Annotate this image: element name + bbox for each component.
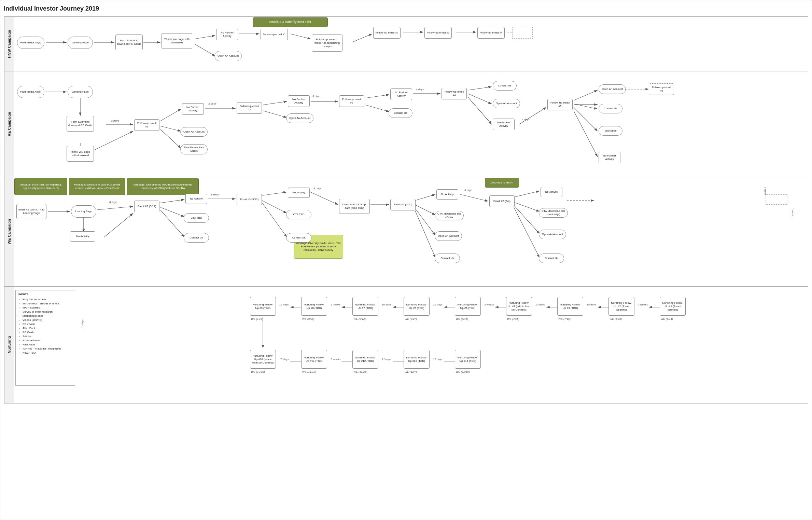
re-open-account-2: Open An Account [286, 113, 313, 123]
svg-line-33 [574, 107, 598, 131]
we-section: WE Campaign [4, 177, 808, 287]
hnw-followup-4: Follow-up email #4 [477, 27, 505, 39]
nurturing-bd4: 12 days [433, 358, 443, 361]
we-msg3: Message: Self-directed IRA/traditional/r… [127, 178, 199, 195]
re-days-5-label: 4 days [522, 118, 530, 121]
re-paid-media: Paid Media Ad(s) [17, 86, 44, 98]
nurturing-nf8: Nurturing Follow-Up #8 (TBD) [301, 297, 327, 316]
re-contact-us-3: Contact Us [389, 108, 412, 118]
re-real-estate: Real Estate Fact Sheet [180, 144, 208, 154]
svg-line-51 [415, 205, 435, 215]
nurturing-nf14: Nurturing Follow-Up #14 (TBD) [455, 350, 481, 369]
we-label: WE Campaign [4, 177, 14, 286]
svg-line-43 [160, 210, 184, 237]
we-content: Message: build trust, our expertise, opp… [14, 177, 808, 286]
we-week2-label: 1 week [791, 208, 794, 217]
nurturing-nf2-date: WE (6/25) [610, 317, 622, 320]
hnw-followup-1: Follow-up email #1 [261, 29, 288, 40]
we-days2-label: 8 days [211, 193, 219, 196]
page-title: Individual Investor Journey 2019 [4, 4, 808, 14]
svg-line-32 [574, 104, 598, 109]
we-cta-download-5: CTA: download alts checklist(s) [539, 208, 568, 218]
nurturing-d1: 13 days [279, 303, 289, 306]
nurturing-nf2: Nurturing Follow-Up #2 (Asset Specific) [608, 297, 634, 316]
nurturing-nf12-date: WE (11/26) [353, 370, 367, 373]
nurturing-nf11: Nurturing Follow-Up #11 (TBD) [301, 350, 327, 369]
nurturing-d3: 16 days [382, 303, 391, 306]
nurturing-nf1-date: WE (6/11) [661, 317, 673, 320]
re-open-account-4: Open An Account [493, 99, 520, 108]
re-arrows [14, 71, 808, 177]
we-email3: Email #3 (5/22) [237, 194, 262, 205]
hnw-section: HNW Campaign Emails 2-4 currently don't … [4, 17, 808, 71]
we-days1-label: 8 days [109, 201, 117, 204]
re-no-further-4: No Further Activity [493, 119, 515, 130]
we-no-activity-4: No Activity [436, 189, 458, 200]
re-open-account-1: Open An Account [180, 127, 208, 137]
svg-line-25 [365, 105, 389, 112]
nurturing-nf1: Nurturing Follow-Up #1 (Asset Specific) [660, 297, 686, 316]
re-days-2-label: 3 days [208, 102, 216, 105]
nurturing-d4: 12 days [433, 303, 443, 306]
nurturing-nf10: Nurturing Follow-Up #10 (article from MT… [250, 350, 276, 369]
we-contact-us-5: Contact Us [539, 254, 564, 263]
we-no-activity-start: No Activity [70, 231, 95, 242]
svg-line-57 [514, 205, 540, 234]
re-contact-us-5a: Contact Us [599, 104, 622, 113]
nurturing-nf6: Nurturing Follow-Up #6 (TBD) [404, 297, 430, 316]
nurturing-nf13: Nurturing Follow-Up #13 (TBD) [404, 350, 430, 369]
we-msg5: Alts/intro to MAIN [485, 178, 519, 188]
we-contact-us-4: Contact Us [435, 254, 460, 263]
re-days-3-label: 3 days [312, 95, 321, 98]
we-direct-mail: Direct Mail #1 Drop: 5/24 (type TBD) [339, 199, 370, 214]
re-landing-page: Landing Page [68, 86, 93, 98]
hnw-open-account-1: Open An Account [214, 51, 242, 61]
svg-line-18 [160, 126, 181, 131]
we-contact-us-2: Contact Us [184, 233, 209, 243]
nurturing-label: Nurturing [4, 287, 14, 403]
svg-line-7 [290, 34, 311, 39]
nurturing-d2: 2 weeks [331, 303, 340, 306]
nurturing-nf14-date: WE (12/19) [456, 370, 470, 373]
re-no-further-5: No Further Activity [599, 152, 620, 163]
svg-line-58 [514, 207, 540, 258]
diagram-area: HNW Campaign Emails 2-4 currently don't … [4, 16, 808, 403]
svg-line-50 [415, 194, 435, 201]
hnw-label: HNW Campaign [4, 17, 14, 71]
re-thank-you: Thank you page with download [67, 146, 94, 162]
svg-line-24 [365, 95, 389, 98]
nurturing-nf3-date: WE (7/10) [558, 317, 571, 320]
hnw-no-further-1: No Further Activity [216, 29, 238, 40]
svg-line-30 [519, 107, 546, 124]
nurturing-nf11-date: WE (11/12) [302, 370, 316, 373]
svg-line-45 [262, 192, 287, 195]
re-no-further-1: No Further Activity [182, 103, 204, 115]
nurturing-15days-vert: 15 days [81, 319, 84, 329]
nurturing-nf7: Nurturing Follow-Up #7 (TBD) [352, 297, 378, 316]
re-open-account-5a: Open An Account [599, 84, 626, 94]
svg-line-52 [415, 208, 435, 235]
re-form-submit: Form Submit to download RE Guide [67, 116, 94, 132]
we-days4-label: 5 days [464, 189, 473, 192]
nurturing-bd1: 15 days [279, 358, 289, 361]
nurturing-bd2: 2 weeks [331, 358, 340, 361]
nurturing-nf3: Nurturing Follow-Up #3 (TBD) [557, 297, 583, 316]
nurturing-section: Nurturing INPUTS Blog Articles on Alts M… [4, 287, 808, 403]
nurturing-inputs-box: INPUTS Blog Articles on Alts MTConnect –… [15, 290, 75, 386]
svg-line-53 [415, 210, 435, 258]
re-content: Paid Media Ad(s) Landing Page Form Submi… [14, 71, 808, 177]
hnw-content: Emails 2-4 currently don't exist [14, 17, 808, 71]
hnw-landing-page: Landing Page [68, 37, 93, 49]
nurturing-inputs-list: Blog Articles on Alts MTConnect – articl… [23, 298, 72, 355]
page: Individual Investor Journey 2019 HNW Cam… [0, 0, 812, 520]
re-followup-4: Follow-up email #4 [442, 88, 467, 99]
nurturing-nf7-date: WE (9/12) [353, 317, 366, 320]
nurturing-nf6-date: WE (8/27) [405, 317, 417, 320]
we-cta-download: CTA: download alts eBook [435, 211, 464, 220]
we-cta-tbd-3: CTA TBD [286, 210, 311, 219]
we-email1: Email #1 (5/6) CTA to Landing Page [16, 204, 46, 219]
hnw-form-submit: Form Submit to download RE Guide [115, 35, 143, 50]
svg-line-48 [310, 192, 338, 205]
re-days-4-label: 4 days [416, 88, 424, 91]
hnw-followup-3: Follow-up email #3 [424, 27, 452, 39]
